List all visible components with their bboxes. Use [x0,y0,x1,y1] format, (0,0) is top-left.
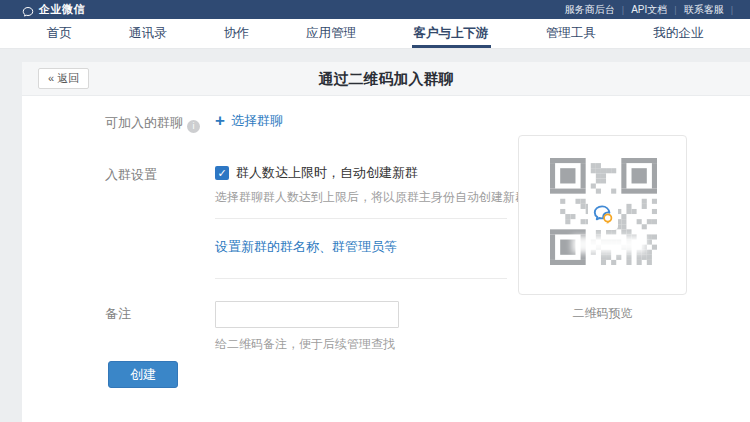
nav-item-3[interactable]: 应用管理 [304,19,358,48]
nav-item-6[interactable]: 我的企业 [651,19,705,48]
brand-name: 企业微信 [39,2,85,17]
back-label: 返回 [57,72,79,84]
nav-item-label: 管理工具 [544,20,598,48]
nav-item-label: 通讯录 [127,20,169,48]
topbar-link[interactable]: API文档 [631,3,667,17]
join-settings-label: 入群设置 [105,166,157,184]
qr-preview-caption: 二维码预览 [518,305,687,322]
divider [215,218,507,219]
brand: 企业微信 [22,2,85,17]
join-settings-helper: 选择群聊群人数达到上限后，将以原群主身份自动创建新群 [215,189,527,206]
auto-create-checkbox-label[interactable]: 群人数达上限时，自动创建新群 [236,164,418,182]
separator: | [731,5,733,15]
remark-helper: 给二维码备注，便于后续管理查找 [215,336,395,353]
nav-item-2[interactable]: 协作 [222,19,251,48]
nav-item-label: 应用管理 [304,20,358,48]
main-nav: 首页通讯录协作应用管理客户与上下游管理工具我的企业 [0,19,750,49]
new-group-settings-link[interactable]: 设置新群的群名称、群管理员等 [215,238,397,256]
back-chevron-icon: « [48,72,54,84]
topbar-link[interactable]: 联系客服 [684,3,724,17]
nav-item-4[interactable]: 客户与上下游 [412,19,491,48]
wecom-logo-icon [22,4,34,16]
content-panel: 通过二维码加入群聊 « 返回 可加入的群聊i + 选择群聊 入群设置 ✓ 群人数… [22,62,750,422]
nav-item-1[interactable]: 通讯录 [127,19,169,48]
nav-item-label: 我的企业 [651,20,705,48]
plus-icon: + [215,113,225,129]
select-group-label: 选择群聊 [231,112,283,130]
remark-input[interactable] [215,301,399,328]
nav-item-5[interactable]: 管理工具 [544,19,598,48]
joinable-groups-label: 可加入的群聊i [105,114,200,133]
qr-preview-card [518,135,687,295]
info-icon[interactable]: i [187,120,200,133]
topbar-link[interactable]: 服务商后台 [565,3,615,17]
topbar: 企业微信 服务商后台|API文档|联系客服| [0,0,750,19]
create-button[interactable]: 创建 [108,361,178,388]
nav-item-label: 协作 [222,20,251,48]
wecom-qr-logo-icon [588,200,618,230]
page-title: 通过二维码加入群聊 [22,62,750,96]
qr-blur-overlay [572,236,646,253]
separator: | [674,5,676,15]
auto-create-checkbox[interactable]: ✓ [215,166,229,180]
nav-item-label: 首页 [45,20,74,48]
nav-item-0[interactable]: 首页 [45,19,74,48]
nav-item-label: 客户与上下游 [412,20,491,48]
topbar-links: 服务商后台|API文档|联系客服| [565,3,740,17]
back-button[interactable]: « 返回 [38,68,89,89]
panel-header: 通过二维码加入群聊 « 返回 [22,62,750,96]
remark-label: 备注 [105,305,131,323]
divider [215,278,507,279]
select-group-link[interactable]: + 选择群聊 [215,112,283,130]
auto-create-checkbox-row: ✓ 群人数达上限时，自动创建新群 [215,164,418,182]
separator: | [622,5,624,15]
